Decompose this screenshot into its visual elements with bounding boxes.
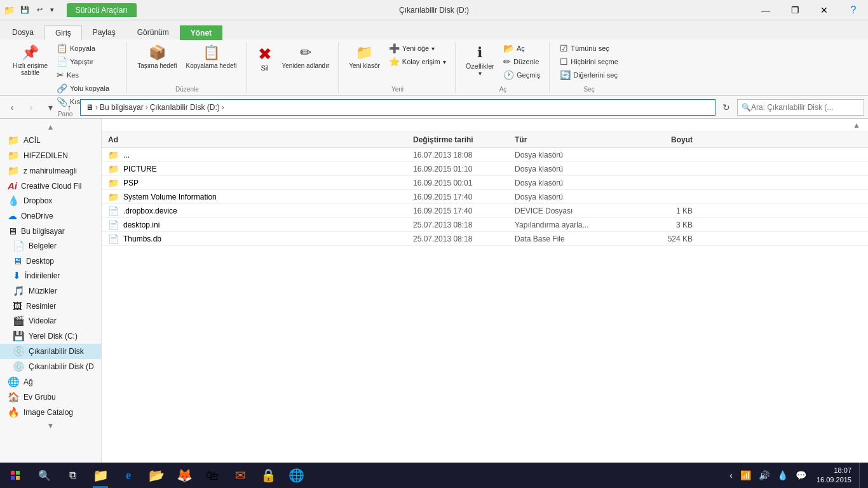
column-size[interactable]: Boyut [629, 135, 693, 144]
digerlerini-sec-button[interactable]: 🔄 Diğerlerini seç [556, 69, 622, 81]
quick-access-bar: 💾 ↩ ▾ [17, 4, 57, 15]
table-row[interactable]: 📁 PICTURE 16.09.2015 01:10 Dosya klasörü [102, 162, 868, 176]
sidebar-item-creativecloud[interactable]: Ai Creative Cloud Fil [0, 179, 101, 193]
sidebar-item-dropbox[interactable]: 💧 Dropbox [0, 193, 101, 208]
sidebar-item-label: Müzikler [29, 287, 57, 295]
task-view-icon: ⧉ [69, 470, 76, 481]
sidebar-item-evgrubu[interactable]: 🏠 Ev Grubu [0, 390, 101, 405]
show-desktop-button[interactable] [859, 463, 863, 488]
tab-paylas[interactable]: Paylaş [82, 25, 126, 39]
search-input[interactable] [751, 103, 860, 112]
yeni-oge-button[interactable]: ➕ Yeni öğe ▾ [385, 42, 450, 55]
tab-giris[interactable]: Giriş [44, 25, 82, 40]
hicbirini-secme-button[interactable]: ☐ Hiçbirini seçme [556, 55, 622, 68]
tray-notification-icon[interactable]: 💬 [793, 469, 809, 482]
hizli-erisim-button[interactable]: 📌 Hızlı erişimesabitle [9, 42, 51, 79]
table-row[interactable]: 📄 Thumbs.db 25.07.2013 08:18 Data Base F… [102, 232, 868, 246]
sidebar-item-desktop[interactable]: 🖥 Desktop [0, 254, 101, 268]
column-name[interactable]: Ad [108, 135, 413, 144]
taskbar-app-chrome[interactable]: 🌐 [282, 463, 310, 488]
save-button[interactable]: 💾 [17, 4, 32, 15]
forward-button[interactable]: › [23, 99, 39, 116]
tab-yonet[interactable]: Yönet [180, 25, 222, 40]
yapistir-button[interactable]: 📄 Yapıştır [53, 55, 121, 68]
path-computer[interactable]: Bu bilgisayar [100, 103, 144, 112]
back-button[interactable]: ‹ [4, 99, 20, 116]
table-row[interactable]: 📁 ... 16.07.2013 18:08 Dosya klasörü [102, 148, 868, 162]
yolu-kopyala-button[interactable]: 🔗 Yolu kopyala [53, 82, 121, 95]
sidebar-item-bubilgisayar[interactable]: 🖥 Bu bilgisayar [0, 224, 101, 238]
search-box[interactable]: 🔍 [737, 99, 864, 116]
kes-button[interactable]: ✂ Kes [53, 69, 121, 81]
sort-arrow[interactable]: ▲ [853, 121, 860, 130]
tab-dosya[interactable]: Dosya [1, 25, 44, 39]
undo-button[interactable]: ↩ [34, 4, 46, 15]
taskbar-app-explorer[interactable]: 📁 [86, 463, 114, 488]
resimler-icon: 🖼 [13, 301, 22, 311]
tumunu-sec-button[interactable]: ☑ Tümünü seç [556, 42, 622, 55]
task-view-button[interactable]: ⧉ [58, 463, 86, 488]
sidebar-item-zmahir[interactable]: 📁 z mahirulmeagli [0, 163, 101, 179]
tasima-button[interactable]: 📦 Taşıma hedefi [133, 42, 180, 72]
table-row[interactable]: 📁 PSP 16.09.2015 00:01 Dosya klasörü [102, 176, 868, 190]
file-date: 16.09.2015 17:40 [413, 207, 515, 215]
yeniden-adlandir-button[interactable]: ✏ Yeniden adlandır [278, 42, 334, 72]
taskbar-app-security[interactable]: 🔒 [254, 463, 282, 488]
taskbar-app-firefox[interactable]: 🦊 [170, 463, 198, 488]
sidebar-item-imagecatalog[interactable]: 🔥 Image Catalog [0, 405, 101, 420]
kopyalama-button[interactable]: 📋 Kopyalama hedefi [182, 42, 240, 72]
sidebar-scroll-up[interactable]: ▲ [0, 121, 101, 133]
tab-gorunum[interactable]: Görünüm [126, 25, 180, 39]
address-path[interactable]: 🖥 › Bu bilgisayar › Çıkarılabilir Disk (… [80, 99, 715, 116]
yeni-klasor-button[interactable]: 📁 Yeni klasör [345, 42, 384, 72]
column-date[interactable]: Değiştirme tarihi [413, 135, 515, 144]
sil-button[interactable]: ✖ Sil [253, 42, 277, 74]
sidebar-item-videolar[interactable]: 🎬 Videolar [0, 313, 101, 329]
table-row[interactable]: 📁 System Volume Information 16.09.2015 1… [102, 190, 868, 204]
refresh-button[interactable]: ↻ [718, 99, 735, 116]
tray-dropbox-icon[interactable]: 💧 [775, 469, 790, 482]
maximize-button[interactable]: ❐ [780, 0, 810, 20]
table-row[interactable]: 📄 .dropbox.device 16.09.2015 17:40 DEVIC… [102, 204, 868, 218]
recent-button[interactable]: ▾ [42, 99, 58, 116]
file-type: Dosya klasörü [515, 165, 629, 173]
up-button[interactable]: ↑ [61, 99, 78, 116]
taskbar-app-filemanager[interactable]: 📂 [142, 463, 170, 488]
gecmis-button[interactable]: 🕐 Geçmiş [499, 69, 544, 81]
tray-show-button[interactable]: ‹ [727, 469, 735, 482]
table-row[interactable]: 📄 desktop.ini 25.07.2013 08:18 Yapılandı… [102, 218, 868, 232]
taskbar-app-edge[interactable]: e [114, 463, 142, 488]
sidebar-item-cikdisk[interactable]: 💿 Çıkarılabilir Disk [0, 344, 101, 359]
sidebar-item-indirilenler[interactable]: ⬇ İndirilenler [0, 268, 101, 283]
sidebar-item-cikdisk2[interactable]: 💿 Çıkarılabilir Disk (D [0, 359, 101, 374]
sidebar-scroll-down[interactable]: ▼ [0, 420, 101, 431]
taskbar-search-button[interactable]: 🔍 [31, 463, 58, 488]
sidebar-item-acil[interactable]: 📁 ACİL [0, 133, 101, 148]
sidebar-item-hifzedilen[interactable]: 📁 HIFZEDILEN [0, 148, 101, 163]
sidebar-item-muzikler[interactable]: 🎵 Müzikler [0, 283, 101, 299]
tray-network-icon[interactable]: 📶 [738, 469, 754, 482]
help-button[interactable]: ? [839, 0, 868, 20]
close-button[interactable]: ✕ [810, 0, 839, 20]
qa-menu-button[interactable]: ▾ [47, 4, 57, 15]
sidebar-item-onedrive[interactable]: ☁ OneDrive [0, 208, 101, 224]
kopyala-button[interactable]: 📋 Kopyala [53, 42, 121, 55]
ac-button[interactable]: 📂 Aç [499, 42, 544, 55]
sidebar-item-belgeler[interactable]: 📄 Belgeler [0, 238, 101, 254]
minimize-button[interactable]: — [751, 0, 780, 20]
column-type[interactable]: Tür [515, 135, 629, 144]
duzenle-ac-button[interactable]: ✏ Düzenle [499, 55, 544, 68]
sidebar-item-resimler[interactable]: 🖼 Resimler [0, 299, 101, 313]
sidebar-item-yereldisk[interactable]: 💾 Yerel Disk (C:) [0, 329, 101, 344]
taskbar-app-mail[interactable]: ✉ [226, 463, 254, 488]
sidebar-item-ag[interactable]: 🌐 Ağ [0, 374, 101, 390]
path-disk[interactable]: Çıkarılabilir Disk (D:) [150, 103, 220, 112]
taskbar-app-store[interactable]: 🛍 [198, 463, 226, 488]
driver-tools-tab[interactable]: Sürücü Araçları [67, 3, 137, 17]
system-clock[interactable]: 18:07 16.09.2015 [813, 466, 855, 485]
tray-volume-icon[interactable]: 🔊 [756, 469, 772, 482]
file-type: Dosya klasörü [515, 151, 629, 159]
ozellikler-button[interactable]: ℹ Özellikler ▾ [462, 42, 498, 79]
kolay-erisim-button[interactable]: ⭐ Kolay erişim ▾ [385, 55, 450, 68]
start-button[interactable] [0, 463, 31, 488]
